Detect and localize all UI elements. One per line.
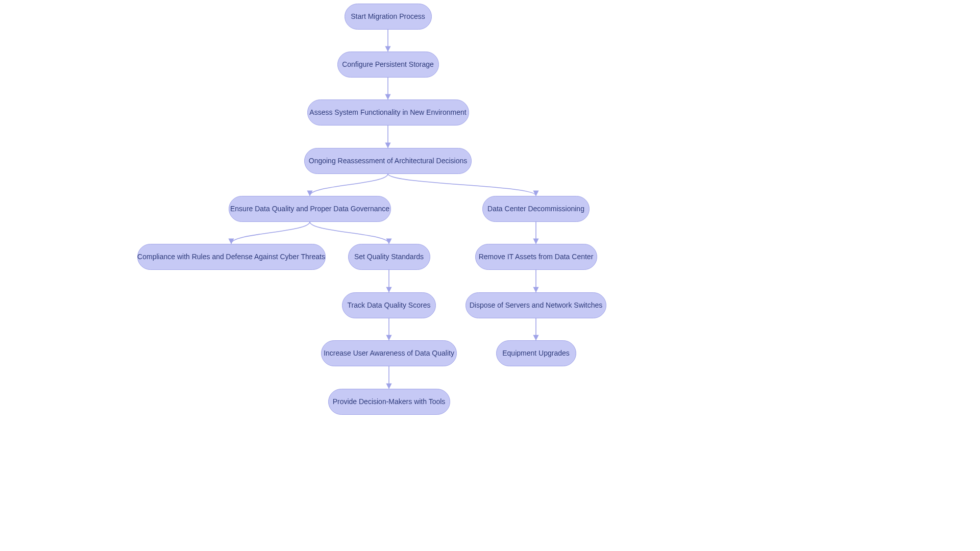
flow-node: Data Center Decommissioning — [482, 196, 590, 222]
flow-node-label: Remove IT Assets from Data Center — [479, 253, 594, 261]
flow-node-label: Provide Decision-Makers with Tools — [333, 397, 446, 406]
flow-node: Remove IT Assets from Data Center — [475, 244, 597, 270]
flow-node-label: Set Quality Standards — [354, 253, 424, 261]
flow-node: Set Quality Standards — [348, 244, 430, 270]
flow-edge — [388, 174, 536, 196]
flow-node-label: Assess System Functionality in New Envir… — [309, 108, 466, 116]
flow-node: Dispose of Servers and Network Switches — [465, 292, 606, 318]
flow-node: Equipment Upgrades — [496, 340, 576, 366]
flow-node-label: Ensure Data Quality and Proper Data Gove… — [230, 205, 389, 213]
flow-node-label: Ongoing Reassessment of Architectural De… — [309, 157, 467, 165]
flow-node: Provide Decision-Makers with Tools — [328, 389, 450, 415]
flow-node-label: Track Data Quality Scores — [348, 301, 431, 309]
flow-node: Increase User Awareness of Data Quality — [321, 340, 457, 366]
flow-node-label: Start Migration Process — [351, 12, 425, 20]
flow-edge — [310, 222, 389, 244]
flow-node-label: Increase User Awareness of Data Quality — [324, 349, 454, 357]
flow-node-label: Dispose of Servers and Network Switches — [470, 301, 603, 309]
flow-node: Configure Persistent Storage — [337, 52, 439, 78]
flow-node-label: Equipment Upgrades — [502, 349, 570, 357]
flow-node: Ensure Data Quality and Proper Data Gove… — [229, 196, 391, 222]
flow-node: Start Migration Process — [345, 4, 432, 30]
flow-node-label: Compliance with Rules and Defense Agains… — [137, 253, 325, 261]
flow-node: Ongoing Reassessment of Architectural De… — [304, 148, 472, 174]
flow-edge — [310, 174, 388, 196]
flow-node-label: Configure Persistent Storage — [342, 60, 434, 68]
flow-edge — [231, 222, 310, 244]
flow-node: Assess System Functionality in New Envir… — [307, 99, 469, 126]
edges-layer — [0, 0, 980, 551]
flow-node-label: Data Center Decommissioning — [487, 205, 584, 213]
flow-node: Track Data Quality Scores — [342, 292, 436, 318]
flowchart-canvas: Start Migration ProcessConfigure Persist… — [0, 0, 980, 551]
flow-node: Compliance with Rules and Defense Agains… — [137, 244, 326, 270]
